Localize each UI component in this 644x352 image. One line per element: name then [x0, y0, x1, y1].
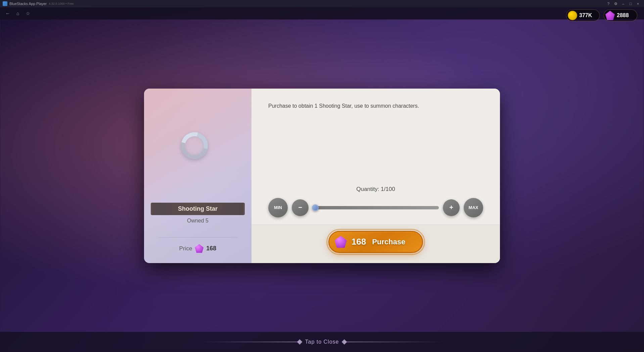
- titlebar-left: BlueStacks App Player 4.32.0.1000 • Free: [3, 1, 74, 6]
- main-content: Shooting Star Owned 5 Price 168 Purchase…: [0, 19, 644, 332]
- item-name-bar: Shooting Star: [151, 203, 245, 215]
- minimize-button[interactable]: –: [620, 1, 627, 6]
- gold-currency: 377K: [566, 9, 600, 21]
- gold-icon: [568, 11, 577, 20]
- currency-display: 377K 2888: [566, 9, 637, 21]
- right-top: Purchase to obtain 1 Shooting Star, use …: [251, 89, 500, 224]
- app-logo: [3, 1, 7, 6]
- purchase-gem-icon: [335, 236, 347, 248]
- bookmark-button[interactable]: ☆: [24, 10, 32, 17]
- app-title: BlueStacks App Player: [9, 2, 47, 6]
- item-name: Shooting Star: [178, 205, 218, 212]
- maximize-button[interactable]: □: [627, 1, 634, 6]
- slider-track: [313, 206, 439, 209]
- close-button[interactable]: ×: [635, 1, 641, 6]
- quantity-controls: MIN − + MAX: [268, 198, 483, 217]
- quantity-slider[interactable]: [313, 198, 439, 217]
- purchase-button[interactable]: 168 Purchase: [328, 231, 423, 253]
- window-controls: ? ⚙ – □ ×: [605, 1, 641, 6]
- item-owned: Owned 5: [187, 218, 209, 224]
- app-subtitle: 4.32.0.1000 • Free: [49, 2, 74, 5]
- settings-button[interactable]: ⚙: [612, 1, 619, 6]
- bottom-bar[interactable]: Tap to Close: [0, 332, 644, 352]
- gem-value: 2888: [617, 12, 629, 18]
- slider-thumb[interactable]: [312, 204, 319, 211]
- purchase-dialog: Shooting Star Owned 5 Price 168 Purchase…: [144, 89, 500, 263]
- item-icon: [179, 131, 216, 167]
- item-description: Purchase to obtain 1 Shooting Star, use …: [268, 102, 483, 110]
- purchase-price: 168: [352, 237, 366, 247]
- quantity-section: Quantity: 1/100 MIN − + MAX: [268, 186, 483, 217]
- gem-icon: [605, 11, 615, 20]
- item-info-panel: Shooting Star Owned 5 Price 168: [144, 89, 251, 263]
- navbar: ← ⌂ ☆: [0, 7, 644, 19]
- tap-to-close-text[interactable]: Tap to Close: [305, 339, 339, 345]
- divider: [158, 237, 238, 238]
- price-label: Price: [179, 245, 192, 252]
- gem-currency: 2888: [604, 9, 637, 21]
- minus-button[interactable]: −: [292, 199, 309, 216]
- price-gem-icon: [195, 244, 203, 253]
- max-button[interactable]: MAX: [464, 198, 483, 217]
- price-value: 168: [206, 245, 216, 252]
- home-button[interactable]: ⌂: [14, 10, 21, 17]
- help-button[interactable]: ?: [605, 1, 612, 6]
- item-image-container: [179, 95, 216, 203]
- purchase-label: Purchase: [372, 238, 405, 246]
- close-line-right: [344, 342, 445, 342]
- purchase-action-area: 168 Purchase: [251, 224, 500, 263]
- gold-value: 377K: [579, 12, 592, 18]
- ring-shine: [176, 127, 213, 164]
- plus-button[interactable]: +: [443, 199, 460, 216]
- price-row: Price 168: [179, 244, 217, 253]
- back-button[interactable]: ←: [4, 10, 11, 17]
- purchase-details-panel: Purchase to obtain 1 Shooting Star, use …: [251, 89, 500, 263]
- quantity-label: Quantity: 1/100: [268, 186, 483, 193]
- min-button[interactable]: MIN: [268, 198, 288, 217]
- close-line-left: [199, 342, 300, 342]
- titlebar: BlueStacks App Player 4.32.0.1000 • Free…: [0, 0, 644, 7]
